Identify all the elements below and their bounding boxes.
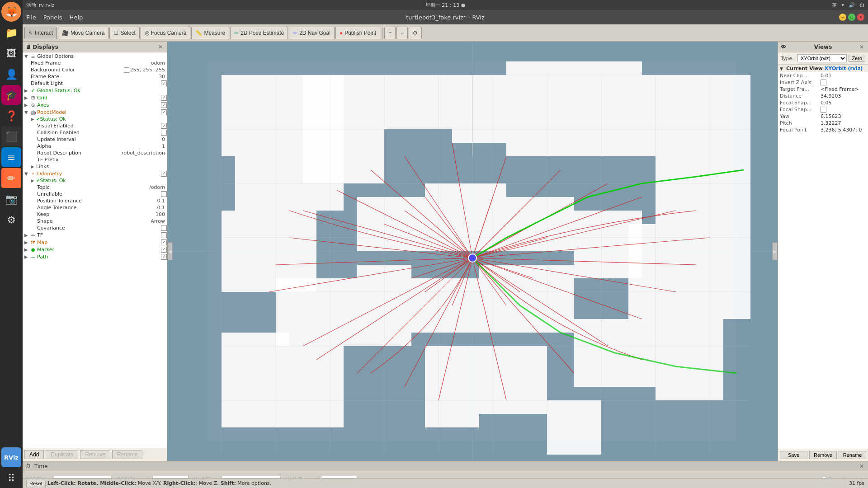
shape-row[interactable]: Shape Arrow [23, 218, 167, 225]
dock-draw[interactable]: ✏ [1, 168, 21, 188]
grid-row[interactable]: ▶ ⊞ Grid [23, 94, 167, 101]
global-options-row[interactable]: ▼ ☰ Global Options [23, 52, 167, 60]
duplicate-button[interactable]: Duplicate [46, 450, 78, 459]
dock-help[interactable]: ❓ [1, 106, 21, 126]
background-color-row[interactable]: Background Color 255; 255; 255 [23, 66, 167, 73]
robot-description-row[interactable]: Robot Description robot_description [23, 150, 167, 156]
grid-checkbox[interactable] [161, 95, 167, 101]
path-row[interactable]: ▶ — Path [23, 253, 167, 260]
viewport[interactable]: ◀ ▶ [167, 42, 778, 461]
invert-z-row[interactable]: Invert Z Axis [778, 79, 868, 86]
global-status-row[interactable]: ▶ ✔ Global Status: Ok [23, 87, 167, 94]
map-checkbox[interactable] [161, 239, 167, 245]
path-checkbox[interactable] [161, 254, 167, 260]
dock-settings[interactable]: ⚙ [1, 210, 21, 230]
axes-row[interactable]: ▶ ⊕ Axes [23, 101, 167, 108]
collision-enabled-checkbox[interactable] [161, 130, 167, 136]
links-row[interactable]: ▶ Links [23, 163, 167, 170]
displays-close-button[interactable]: ✕ [157, 43, 164, 51]
dock-files[interactable]: 📁 [1, 23, 21, 42]
focal-shape2-row[interactable]: Focal Shap... [778, 106, 868, 113]
robotmodel-checkbox[interactable] [161, 109, 167, 115]
map-row[interactable]: ▶ 🗺 Map [23, 239, 167, 246]
keep-row[interactable]: Keep 100 [23, 211, 167, 218]
pitch-row[interactable]: Pitch 1.32227 [778, 120, 868, 127]
dock-vscode[interactable]: ≡ [1, 147, 21, 167]
menu-panels[interactable]: Panels [43, 14, 62, 21]
tf-prefix-row[interactable]: TF Prefix [23, 156, 167, 163]
default-light-checkbox[interactable] [161, 80, 167, 86]
rename-button[interactable]: Rename [112, 450, 142, 459]
views-zero-button[interactable]: Zero [849, 55, 865, 62]
select-button[interactable]: ☐ Select [109, 27, 139, 39]
remove-button[interactable]: Remove [80, 450, 110, 459]
fixed-frame-row[interactable]: Fixed Frame odom [23, 60, 167, 66]
unreliable-checkbox[interactable] [161, 191, 167, 197]
zoom-in-button[interactable]: + [384, 27, 396, 39]
dock-apps[interactable]: ⠿ [1, 468, 21, 488]
close-button[interactable]: × [857, 14, 864, 21]
menu-file[interactable]: File [26, 14, 36, 21]
covariance-row[interactable]: Covariance [23, 225, 167, 231]
collapse-right-button[interactable]: ▶ [772, 242, 778, 260]
target-frame-row[interactable]: Target Fra... <Fixed Frame> [778, 86, 868, 93]
invert-z-checkbox[interactable] [821, 80, 826, 85]
nav-goal-button[interactable]: ✏ 2D Nav Goal [289, 27, 335, 39]
current-view-section[interactable]: ▼ Current View XYOrbit (rviz) [778, 65, 868, 72]
focal-shape1-row[interactable]: Focal Shap... 0.05 [778, 99, 868, 106]
odometry-row[interactable]: ▼ ⚡ Odometry [23, 170, 167, 177]
zoom-out-button[interactable]: − [396, 27, 408, 39]
dock-firefox[interactable]: 🦊 [1, 2, 21, 22]
distance-row[interactable]: Distance 34.9203 [778, 93, 868, 99]
minimize-button[interactable]: − [839, 14, 846, 21]
move-camera-button[interactable]: 🎥 Move Camera [58, 27, 108, 39]
collapse-left-button[interactable]: ◀ [167, 242, 173, 260]
views-close-button[interactable]: ✕ [858, 43, 865, 51]
dock-rviz[interactable]: RViz [1, 447, 21, 467]
time-close-button[interactable]: ✕ [858, 463, 865, 470]
menu-help[interactable]: Help [70, 14, 83, 21]
dock-photos[interactable]: 🖼 [1, 43, 21, 63]
views-remove-button[interactable]: Remove [809, 451, 837, 459]
angle-tolerance-row[interactable]: Angle Tolerance 0.1 [23, 204, 167, 211]
app-label[interactable]: rv rviz [39, 2, 54, 8]
focal-shape2-checkbox[interactable] [821, 107, 826, 113]
topbar-datetime[interactable]: 星期一 21：13 ● [425, 2, 466, 9]
focus-camera-button[interactable]: ◎ Focus Camera [141, 27, 191, 39]
topic-row[interactable]: Topic /odom [23, 184, 167, 191]
visual-enabled-checkbox[interactable] [161, 123, 167, 129]
odometry-checkbox[interactable] [161, 171, 167, 177]
measure-button[interactable]: 📏 Measure [191, 27, 229, 39]
interact-button[interactable]: ↖ Interact [24, 27, 57, 39]
covariance-checkbox[interactable] [161, 225, 167, 231]
axes-checkbox[interactable] [161, 102, 167, 108]
default-light-row[interactable]: Default Light [23, 80, 167, 87]
dock-terminal[interactable]: ⬛ [1, 127, 21, 146]
dock-camera[interactable]: 📷 [1, 189, 21, 209]
update-interval-row[interactable]: Update Interval 0 [23, 136, 167, 143]
robotmodel-row[interactable]: ▼ 🤖 RobotModel [23, 108, 167, 116]
alpha-row[interactable]: Alpha 1 [23, 143, 167, 150]
views-type-select[interactable]: XYOrbit (rviz) Orbit (rviz) TopDown Orth… [797, 54, 847, 62]
publish-point-button[interactable]: ● Publish Point [335, 27, 380, 39]
tf-row[interactable]: ▶ ↔ TF [23, 231, 167, 239]
views-save-button[interactable]: Save [780, 451, 807, 459]
odo-status-row[interactable]: ▶ ✔ Status: Ok [23, 177, 167, 184]
topbar-lang[interactable]: 英 [832, 2, 837, 9]
position-tolerance-row[interactable]: Position Tolerance 0.1 [23, 197, 167, 204]
unreliable-row[interactable]: Unreliable [23, 191, 167, 197]
reset-button[interactable]: Reset [26, 480, 46, 487]
yaw-row[interactable]: Yaw 6.15623 [778, 113, 868, 120]
focal-point-row[interactable]: Focal Point 3.236; 5.4307; 0 [778, 127, 868, 133]
visual-enabled-row[interactable]: Visual Enabled [23, 122, 167, 129]
pose-estimate-button[interactable]: ✏ 2D Pose Estimate [230, 27, 288, 39]
dock-education[interactable]: 🎓 [1, 85, 21, 105]
collision-enabled-row[interactable]: Collision Enabled [23, 129, 167, 136]
activities-label[interactable]: 活动 [26, 2, 36, 9]
marker-checkbox[interactable] [161, 247, 167, 253]
dock-contacts[interactable]: 👤 [1, 64, 21, 84]
settings-button[interactable]: ⚙ [409, 27, 422, 39]
maximize-button[interactable]: □ [848, 14, 855, 21]
rm-status-row[interactable]: ▶ ✔ Status: Ok [23, 116, 167, 122]
add-button[interactable]: Add [24, 450, 44, 459]
